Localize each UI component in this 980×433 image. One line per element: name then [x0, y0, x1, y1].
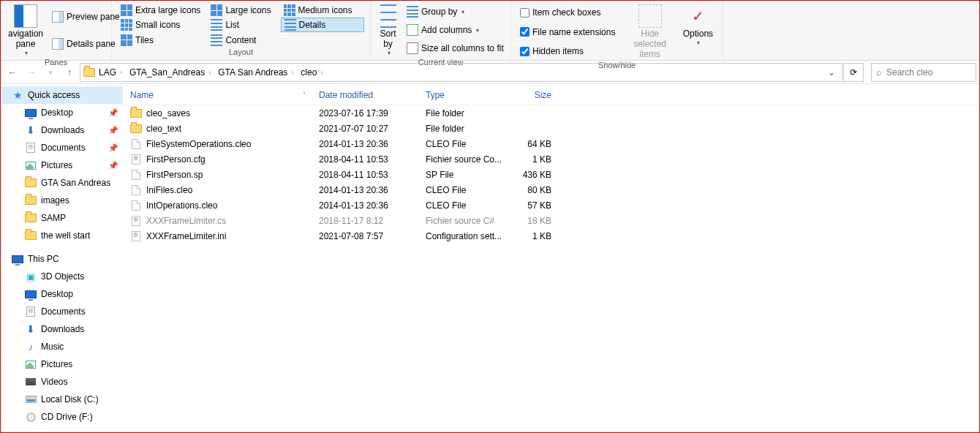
doc-icon	[25, 142, 37, 154]
sidebar-item-desktop[interactable]: Desktop📌	[1, 104, 123, 121]
ribbon-group-show-hide: Item check boxes File name extensions Hi…	[511, 1, 723, 60]
size-all-columns-button[interactable]: Size all columns to fit	[404, 41, 505, 56]
file-row[interactable]: FirstPerson.sp2018-04-11 10:53SP File436…	[123, 167, 979, 182]
small-icons-icon	[121, 19, 132, 31]
address-dropdown-button[interactable]: ⌄	[824, 67, 839, 78]
file-row[interactable]: IntOperations.cleo2014-01-13 20:36CLEO F…	[123, 197, 979, 213]
sidebar-item-cd-drive-f-[interactable]: CD Drive (F:)	[1, 408, 123, 426]
chevron-right-icon: ›	[120, 69, 122, 76]
3d-icon: ▣	[25, 271, 37, 282]
sidebar-item-local-disk-c-[interactable]: Local Disk (C:)	[1, 391, 123, 408]
small-icons-button[interactable]: Small icons	[118, 18, 203, 32]
extra-large-icons-icon	[121, 4, 132, 16]
file-date: 2014-01-13 20:36	[312, 185, 418, 195]
sidebar-item-pictures[interactable]: Pictures	[1, 355, 123, 373]
video-icon	[25, 376, 37, 388]
tiles-button[interactable]: Tiles	[118, 33, 203, 48]
file-row[interactable]: XXXFrameLimiter.ini2021-07-08 7:57Config…	[123, 228, 979, 244]
navigation-sidebar[interactable]: ★ Quick access Desktop📌⬇Downloads📌Docume…	[1, 85, 123, 432]
sidebar-item-documents[interactable]: Documents📌	[1, 139, 123, 157]
file-type: SP File	[418, 170, 505, 180]
up-button[interactable]: ↑	[61, 62, 78, 83]
quick-access-label: Quick access	[28, 90, 80, 100]
quick-access-header[interactable]: ★ Quick access	[1, 86, 123, 104]
this-pc-label: This PC	[28, 254, 59, 264]
sidebar-item-images[interactable]: images	[1, 192, 123, 209]
item-check-boxes-checkbox[interactable]: Item check boxes	[517, 5, 621, 20]
details-pane-label: Details pane	[67, 39, 116, 49]
breadcrumb-gta-san-andreas[interactable]: GTA_San_Andreas›	[126, 64, 214, 81]
hide-selected-button[interactable]: Hide selected items	[625, 3, 675, 61]
sidebar-item-label: SAMP	[41, 213, 66, 223]
size-columns-icon	[407, 42, 418, 54]
sort-by-button[interactable]: Sort by▾	[377, 3, 399, 58]
breadcrumb-label: GTA San Andreas	[218, 67, 287, 78]
column-name[interactable]: Name˄	[123, 90, 312, 100]
column-size[interactable]: Size	[505, 90, 559, 100]
file-date: 2018-11-17 8:12	[312, 216, 418, 226]
add-columns-button[interactable]: Add columns▾	[404, 23, 505, 37]
search-input[interactable]: ⌕ Search cleo	[871, 63, 976, 82]
navigation-bar: ← → ▾ ↑ LAG›GTA_San_Andreas›GTA San Andr…	[1, 61, 979, 84]
details-view-button[interactable]: Details	[281, 18, 364, 32]
forward-button[interactable]: →	[23, 62, 40, 83]
list-button[interactable]: List	[208, 18, 276, 32]
sidebar-item-downloads[interactable]: ⬇Downloads📌	[1, 121, 123, 139]
hidden-items-checkbox[interactable]: Hidden items	[517, 44, 621, 59]
file-row[interactable]: FirstPerson.cfg2018-04-11 10:53Fichier s…	[123, 151, 979, 167]
file-row[interactable]: FileSystemOperations.cleo2014-01-13 20:3…	[123, 136, 979, 151]
folder-icon	[25, 230, 37, 241]
file-size: 1 KB	[505, 154, 559, 165]
pin-icon: 📌	[108, 143, 118, 153]
content-button[interactable]: Content	[208, 33, 276, 48]
extra-large-icons-label: Extra large icons	[135, 5, 200, 15]
sidebar-item-music[interactable]: ♪Music	[1, 338, 123, 355]
file-size: 436 KB	[505, 170, 559, 180]
navigation-pane-button[interactable]: avigation pane▾	[7, 3, 45, 58]
file-size: 1 KB	[505, 231, 559, 241]
breadcrumb-lag[interactable]: LAG›	[95, 64, 126, 81]
large-icons-label: Large icons	[225, 5, 271, 15]
group-by-button[interactable]: Group by▾	[404, 4, 505, 19]
refresh-button[interactable]: ⟳	[843, 63, 864, 82]
file-date: 2021-07-07 10:27	[312, 124, 418, 134]
breadcrumb-cleo[interactable]: cleo›	[297, 64, 326, 81]
sidebar-item-pictures[interactable]: Pictures📌	[1, 157, 123, 174]
sidebar-item-desktop[interactable]: Desktop	[1, 285, 123, 303]
file-row[interactable]: cleo_text2021-07-07 10:27File folder	[123, 121, 979, 136]
column-date[interactable]: Date modified	[312, 90, 418, 100]
sidebar-item-label: Pictures	[41, 359, 72, 369]
sidebar-item-gta-san-andreas[interactable]: GTA San Andreas	[1, 174, 123, 192]
file-name: cleo_saves	[146, 108, 190, 118]
column-type[interactable]: Type	[418, 90, 505, 100]
sidebar-item-label: Downloads	[41, 125, 84, 135]
file-row[interactable]: cleo_saves2023-07-16 17:39File folder	[123, 105, 979, 121]
file-list[interactable]: cleo_saves2023-07-16 17:39File foldercle…	[123, 105, 979, 432]
file-date: 2014-01-13 20:36	[312, 139, 418, 149]
medium-icons-label: Medium icons	[298, 5, 353, 15]
back-button[interactable]: ←	[4, 62, 21, 83]
large-icons-button[interactable]: Large icons	[208, 3, 276, 18]
breadcrumb-label: GTA_San_Andreas	[129, 67, 205, 78]
address-bar[interactable]: LAG›GTA_San_Andreas›GTA San Andreas›cleo…	[80, 63, 843, 82]
options-button[interactable]: ✓ Options▾	[679, 3, 717, 61]
sidebar-item-downloads[interactable]: ⬇Downloads	[1, 320, 123, 338]
file-name-extensions-checkbox[interactable]: File name extensions	[517, 25, 621, 39]
sidebar-item-documents[interactable]: Documents	[1, 303, 123, 320]
extra-large-icons-button[interactable]: Extra large icons	[118, 3, 203, 18]
file-type: CLEO File	[418, 200, 505, 211]
sidebar-item-3d-objects[interactable]: ▣3D Objects	[1, 268, 123, 285]
sidebar-item-the-well-start[interactable]: the well start	[1, 227, 123, 244]
file-row[interactable]: IniFiles.cleo2014-01-13 20:36CLEO File80…	[123, 182, 979, 197]
this-pc-header[interactable]: This PC	[1, 250, 123, 268]
chevron-down-icon: ▾	[475, 27, 479, 34]
file-date: 2021-07-08 7:57	[312, 231, 418, 241]
sidebar-item-samp[interactable]: SAMP	[1, 209, 123, 227]
breadcrumb-gta-san-andreas[interactable]: GTA San Andreas›	[214, 64, 297, 81]
star-icon: ★	[12, 89, 23, 101]
medium-icons-button[interactable]: Medium icons	[281, 3, 364, 18]
recent-locations-button[interactable]: ▾	[42, 62, 59, 83]
sidebar-item-videos[interactable]: Videos	[1, 373, 123, 391]
file-row[interactable]: XXXFrameLimiter.cs2018-11-17 8:12Fichier…	[123, 213, 979, 228]
sidebar-item-label: CD Drive (F:)	[41, 412, 93, 422]
